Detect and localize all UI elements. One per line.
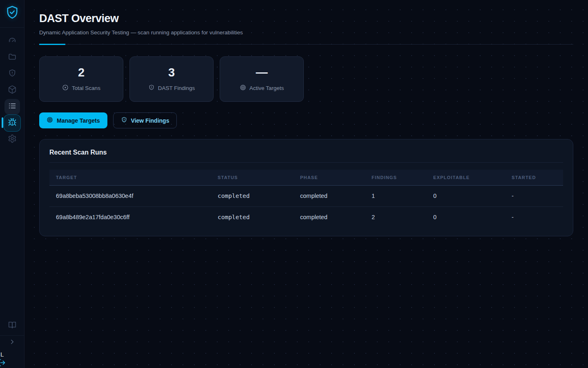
sidebar-divider <box>0 335 24 336</box>
cell-exploitable: 0 <box>427 185 505 206</box>
cell-status: completed <box>211 185 294 206</box>
cell-findings: 1 <box>365 185 427 206</box>
table-row[interactable]: 69a8b489e2a17fda0e30c6ff completed compl… <box>49 206 563 228</box>
column-header-phase: Phase <box>294 170 365 185</box>
title-divider <box>39 44 573 45</box>
active-targets-label: Active Targets <box>249 85 284 91</box>
stat-card-dast-findings: 3 DAST Findings <box>129 56 214 102</box>
cell-target: 69a8beba53008bb8a0630e4f <box>49 185 211 206</box>
column-header-started: Started <box>505 170 563 185</box>
collapse-sidebar-button[interactable] <box>7 338 17 348</box>
shield-alert-icon <box>148 84 155 92</box>
column-header-exploitable: Exploitable <box>427 170 505 185</box>
target-icon <box>47 117 53 124</box>
chevron-right-icon <box>9 338 16 347</box>
panel-title: Recent Scan Runs <box>49 149 563 156</box>
sidebar-item-dast[interactable] <box>4 114 21 132</box>
user-initial: L <box>0 351 4 358</box>
main-content: DAST Overview Dynamic Application Securi… <box>24 0 588 368</box>
panel-divider <box>49 162 563 163</box>
book-icon <box>8 321 17 331</box>
cell-phase: completed <box>294 185 365 206</box>
column-header-target: Target <box>49 170 211 185</box>
sidebar-item-docs[interactable] <box>4 318 20 334</box>
gauge-icon <box>8 36 17 47</box>
manage-targets-button[interactable]: Manage Targets <box>39 112 107 128</box>
actions-row: Manage Targets View Findings <box>39 112 573 128</box>
stat-card-active-targets: — Active Targets <box>220 56 304 102</box>
cell-started: - <box>505 185 563 206</box>
package-icon <box>8 85 17 96</box>
total-scans-label: Total Scans <box>72 85 100 91</box>
shield-alert-icon <box>8 69 17 79</box>
table-row[interactable]: 69a8beba53008bb8a0630e4f completed compl… <box>49 185 563 206</box>
stats-row: 2 Total Scans 3 <box>39 56 573 102</box>
dast-findings-value: 3 <box>168 67 175 79</box>
sidebar-divider <box>0 27 24 28</box>
cell-target: 69a8b489e2a17fda0e30c6ff <box>49 206 211 228</box>
recent-scan-runs-panel: Recent Scan Runs Target Status Phase Fin… <box>39 139 573 236</box>
active-targets-value: — <box>256 67 268 79</box>
shield-alert-icon <box>121 117 127 124</box>
cell-status: completed <box>211 206 294 228</box>
logout-button[interactable] <box>0 359 7 368</box>
column-header-findings: Findings <box>365 170 427 185</box>
cell-phase: completed <box>294 206 365 228</box>
gear-icon <box>8 134 17 145</box>
manage-targets-label: Manage Targets <box>57 117 100 124</box>
sidebar-item-settings[interactable] <box>4 132 20 147</box>
sidebar-item-projects[interactable] <box>4 50 20 65</box>
cell-exploitable: 0 <box>427 206 505 228</box>
sidebar: L <box>0 0 24 368</box>
logout-icon <box>0 361 6 368</box>
active-nav-indicator <box>2 117 3 128</box>
accent-underline <box>39 44 65 45</box>
stat-card-total-scans: 2 Total Scans <box>39 56 123 102</box>
play-circle-icon <box>62 84 69 92</box>
column-header-status: Status <box>211 170 294 185</box>
cell-findings: 2 <box>365 206 427 228</box>
scan-runs-table: Target Status Phase Findings Exploitable… <box>49 170 563 228</box>
page-title: DAST Overview <box>39 12 573 25</box>
sidebar-item-packages[interactable] <box>4 83 20 98</box>
page-subtitle: Dynamic Application Security Testing — s… <box>39 29 573 36</box>
total-scans-value: 2 <box>78 67 85 79</box>
table-header-row: Target Status Phase Findings Exploitable… <box>49 170 563 185</box>
app-logo[interactable] <box>0 5 24 21</box>
dast-findings-label: DAST Findings <box>158 85 195 91</box>
cell-started: - <box>505 206 563 228</box>
view-findings-button[interactable]: View Findings <box>113 112 177 128</box>
sidebar-item-vulnerabilities[interactable] <box>4 66 20 82</box>
view-findings-label: View Findings <box>131 117 169 124</box>
list-icon <box>8 101 17 112</box>
sidebar-item-scans[interactable] <box>4 99 20 114</box>
sidebar-item-dashboard[interactable] <box>4 34 20 49</box>
shield-check-icon <box>5 5 20 21</box>
bug-icon <box>8 118 17 128</box>
folder-icon <box>8 52 17 63</box>
target-icon <box>240 84 246 92</box>
